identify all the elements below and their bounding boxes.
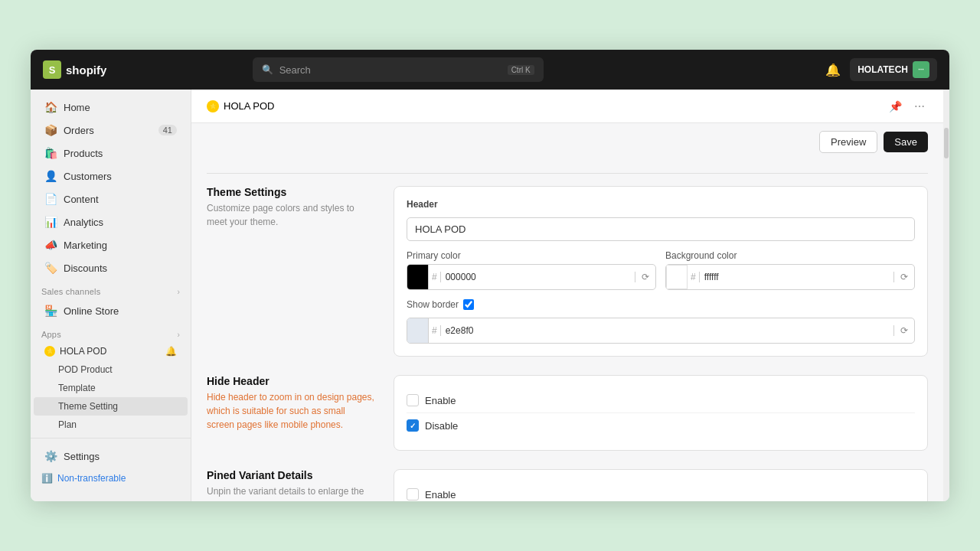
sidebar-label-analytics: Analytics: [64, 217, 103, 228]
sidebar-label-customers: Customers: [64, 171, 112, 182]
sidebar-item-theme-setting[interactable]: Theme Setting: [34, 397, 188, 416]
pined-variant-enable-row: Enable: [407, 482, 915, 501]
primary-color-wrap: # ⟳: [407, 264, 656, 290]
border-color-wrap: # ⟳: [407, 318, 915, 344]
account-name: HOLATECH: [858, 64, 908, 75]
border-color-swatch[interactable]: [407, 318, 429, 343]
background-color-label: Background color: [665, 250, 915, 261]
sidebar-item-template[interactable]: Template: [34, 379, 188, 397]
show-border-checkbox[interactable]: [463, 299, 474, 310]
sidebar-item-customers[interactable]: 👤 Customers: [34, 165, 188, 187]
sidebar-item-home[interactable]: 🏠 Home: [34, 96, 188, 119]
theme-settings-left: Theme Settings Customize page colors and…: [207, 186, 375, 357]
hide-header-desc: Hide header to zoom in on design pages, …: [207, 390, 375, 432]
sidebar-item-marketing[interactable]: 📣 Marketing: [34, 233, 188, 256]
background-color-swatch[interactable]: [666, 265, 688, 289]
customers-icon: 👤: [44, 170, 57, 182]
hide-header-enable-row: Enable: [407, 388, 915, 412]
border-color-input[interactable]: [441, 321, 893, 341]
content-icon: 📄: [44, 193, 57, 205]
sidebar-item-online-store[interactable]: 🏪 Online Store: [34, 299, 188, 322]
pod-product-label: POD Product: [58, 364, 113, 375]
scroll-thumb[interactable]: [944, 128, 949, 158]
hide-header-disable-checkbox[interactable]: ✓: [407, 419, 419, 432]
sidebar-item-discounts[interactable]: 🏷️ Discounts: [34, 256, 188, 279]
marketing-icon: 📣: [44, 239, 57, 251]
topbar-right: 🔔 HOLATECH ···: [825, 58, 937, 81]
settings-icon: ⚙️: [44, 450, 57, 462]
sidebar-item-settings[interactable]: ⚙️ Settings: [34, 445, 188, 468]
content-toolbar: Preview Save: [191, 123, 943, 161]
pined-variant-section: Pined Variant Details Unpin the variant …: [207, 469, 928, 501]
non-transferable-icon: ℹ️: [41, 473, 53, 484]
main-layout: 🏠 Home 📦 Orders 41 🛍️ Products 👤 Custome…: [31, 90, 949, 501]
hide-header-enable-checkbox[interactable]: [407, 394, 419, 406]
products-icon: 🛍️: [44, 147, 57, 159]
bell-icon: 🔔: [165, 346, 177, 357]
hide-header-right: Enable ✓ Disable: [394, 375, 928, 451]
orders-badge: 41: [158, 125, 177, 135]
shopify-logo-text: shopify: [66, 64, 106, 77]
theme-setting-label: Theme Setting: [58, 401, 118, 412]
pined-variant-enable-label: Enable: [425, 489, 456, 500]
content-header: 🌟 HOLA POD 📌 ⋯: [191, 90, 943, 123]
hola-pod-label: HOLA POD: [60, 346, 106, 357]
background-color-picker-btn[interactable]: ⟳: [893, 272, 914, 282]
shopify-logo-icon: S: [43, 60, 61, 79]
theme-settings-right: Header Primary color # ⟳: [394, 186, 928, 357]
sales-channels-chevron: ›: [177, 288, 180, 296]
primary-color-input[interactable]: [441, 267, 635, 287]
pined-variant-left: Pined Variant Details Unpin the variant …: [207, 469, 375, 501]
home-icon: 🏠: [44, 101, 57, 113]
primary-color-swatch[interactable]: [407, 265, 429, 289]
sidebar-label-discounts: Discounts: [64, 262, 107, 274]
sidebar-item-content[interactable]: 📄 Content: [34, 187, 188, 210]
sidebar: 🏠 Home 📦 Orders 41 🛍️ Products 👤 Custome…: [31, 90, 191, 501]
sidebar-item-products[interactable]: 🛍️ Products: [34, 142, 188, 165]
search-placeholder-text: Search: [279, 64, 311, 76]
show-border-label: Show border: [407, 299, 459, 310]
search-bar[interactable]: 🔍 Search Ctrl K: [253, 57, 544, 82]
sidebar-label-products: Products: [64, 148, 103, 159]
non-transferable-badge[interactable]: ℹ️ Non-transferable: [31, 468, 191, 489]
hide-header-disable-row: ✓ Disable: [407, 412, 915, 438]
more-button[interactable]: ⋯: [911, 97, 928, 116]
primary-color-field: Primary color # ⟳: [407, 250, 656, 290]
divider: [207, 173, 928, 174]
theme-settings-section: Theme Settings Customize page colors and…: [207, 186, 928, 357]
pined-variant-title: Pined Variant Details: [207, 469, 375, 481]
account-pill[interactable]: HOLATECH ···: [850, 58, 937, 81]
pod-icon: 🌟: [44, 346, 55, 357]
background-color-input[interactable]: [700, 267, 893, 287]
apps-chevron: ›: [177, 331, 180, 339]
pin-button[interactable]: 📌: [886, 97, 905, 116]
theme-settings-title: Theme Settings: [207, 186, 375, 198]
header-input[interactable]: [407, 217, 915, 241]
pined-variant-enable-checkbox[interactable]: [407, 488, 419, 500]
sidebar-label-marketing: Marketing: [64, 240, 107, 251]
sidebar-label-content: Content: [64, 194, 99, 205]
breadcrumb-pod-badge: 🌟: [207, 100, 219, 112]
sidebar-item-pod-product[interactable]: POD Product: [34, 360, 188, 379]
preview-button[interactable]: Preview: [819, 131, 877, 153]
sidebar-item-hola-pod[interactable]: 🌟 HOLA POD 🔔: [34, 342, 188, 360]
theme-settings-desc: Customize page colors and styles to meet…: [207, 201, 375, 229]
plan-label: Plan: [58, 419, 77, 430]
hide-header-enable-label: Enable: [425, 395, 456, 406]
notification-button[interactable]: 🔔: [825, 63, 841, 77]
sidebar-label-online-store: Online Store: [64, 305, 119, 317]
primary-color-picker-btn[interactable]: ⟳: [635, 272, 655, 282]
background-color-wrap: # ⟳: [665, 264, 915, 290]
sidebar-item-plan[interactable]: Plan: [34, 416, 188, 434]
search-kbd: Ctrl K: [508, 65, 534, 75]
sidebar-item-analytics[interactable]: 📊 Analytics: [34, 210, 188, 233]
border-color-picker-btn[interactable]: ⟳: [893, 325, 914, 336]
hide-header-title: Hide Header: [207, 375, 375, 387]
content-scroll: Theme Settings Customize page colors and…: [191, 161, 943, 501]
hide-header-section: Hide Header Hide header to zoom in on de…: [207, 375, 928, 451]
sidebar-bottom: ⚙️ Settings ℹ️ Non-transferable: [31, 438, 191, 495]
shopify-logo[interactable]: S shopify: [43, 60, 106, 79]
save-button[interactable]: Save: [884, 132, 928, 152]
sidebar-item-orders[interactable]: 📦 Orders 41: [34, 119, 188, 142]
color-row: Primary color # ⟳ Background color: [407, 250, 915, 290]
